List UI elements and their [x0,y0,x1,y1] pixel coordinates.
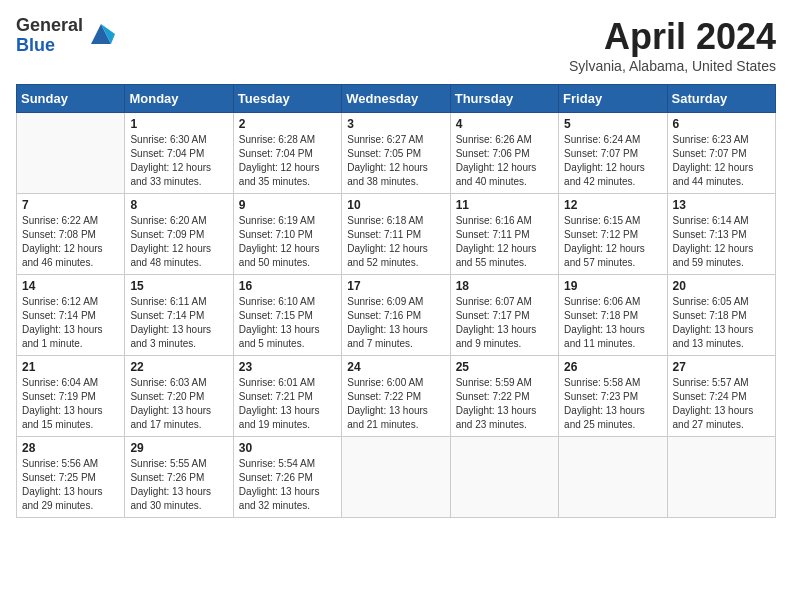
calendar-week-row: 28Sunrise: 5:56 AMSunset: 7:25 PMDayligh… [17,437,776,518]
calendar-day-cell: 7Sunrise: 6:22 AMSunset: 7:08 PMDaylight… [17,194,125,275]
weekday-header: Saturday [667,85,775,113]
day-info: Sunrise: 6:12 AMSunset: 7:14 PMDaylight:… [22,295,119,351]
day-number: 22 [130,360,227,374]
day-number: 26 [564,360,661,374]
calendar-day-cell: 30Sunrise: 5:54 AMSunset: 7:26 PMDayligh… [233,437,341,518]
location: Sylvania, Alabama, United States [569,58,776,74]
day-info: Sunrise: 6:05 AMSunset: 7:18 PMDaylight:… [673,295,770,351]
calendar-day-cell: 2Sunrise: 6:28 AMSunset: 7:04 PMDaylight… [233,113,341,194]
weekday-header: Monday [125,85,233,113]
calendar-day-cell: 5Sunrise: 6:24 AMSunset: 7:07 PMDaylight… [559,113,667,194]
day-number: 15 [130,279,227,293]
calendar-day-cell: 3Sunrise: 6:27 AMSunset: 7:05 PMDaylight… [342,113,450,194]
weekday-header: Thursday [450,85,558,113]
calendar-day-cell: 1Sunrise: 6:30 AMSunset: 7:04 PMDaylight… [125,113,233,194]
calendar-day-cell: 23Sunrise: 6:01 AMSunset: 7:21 PMDayligh… [233,356,341,437]
calendar-day-cell: 14Sunrise: 6:12 AMSunset: 7:14 PMDayligh… [17,275,125,356]
calendar-day-cell: 28Sunrise: 5:56 AMSunset: 7:25 PMDayligh… [17,437,125,518]
calendar-day-cell [342,437,450,518]
logo: General Blue [16,16,115,56]
day-number: 5 [564,117,661,131]
day-info: Sunrise: 6:23 AMSunset: 7:07 PMDaylight:… [673,133,770,189]
weekday-header: Tuesday [233,85,341,113]
calendar-day-cell: 27Sunrise: 5:57 AMSunset: 7:24 PMDayligh… [667,356,775,437]
day-number: 6 [673,117,770,131]
weekday-header: Wednesday [342,85,450,113]
day-info: Sunrise: 6:24 AMSunset: 7:07 PMDaylight:… [564,133,661,189]
day-number: 14 [22,279,119,293]
day-number: 18 [456,279,553,293]
day-info: Sunrise: 6:30 AMSunset: 7:04 PMDaylight:… [130,133,227,189]
day-info: Sunrise: 6:16 AMSunset: 7:11 PMDaylight:… [456,214,553,270]
calendar-day-cell: 6Sunrise: 6:23 AMSunset: 7:07 PMDaylight… [667,113,775,194]
calendar-day-cell: 26Sunrise: 5:58 AMSunset: 7:23 PMDayligh… [559,356,667,437]
calendar-day-cell: 13Sunrise: 6:14 AMSunset: 7:13 PMDayligh… [667,194,775,275]
day-info: Sunrise: 6:00 AMSunset: 7:22 PMDaylight:… [347,376,444,432]
day-number: 1 [130,117,227,131]
calendar-week-row: 14Sunrise: 6:12 AMSunset: 7:14 PMDayligh… [17,275,776,356]
day-info: Sunrise: 6:19 AMSunset: 7:10 PMDaylight:… [239,214,336,270]
day-info: Sunrise: 6:26 AMSunset: 7:06 PMDaylight:… [456,133,553,189]
day-number: 4 [456,117,553,131]
calendar-day-cell: 29Sunrise: 5:55 AMSunset: 7:26 PMDayligh… [125,437,233,518]
day-number: 3 [347,117,444,131]
calendar-week-row: 21Sunrise: 6:04 AMSunset: 7:19 PMDayligh… [17,356,776,437]
day-number: 23 [239,360,336,374]
day-info: Sunrise: 6:06 AMSunset: 7:18 PMDaylight:… [564,295,661,351]
calendar-day-cell [17,113,125,194]
day-number: 20 [673,279,770,293]
logo-icon [87,20,115,48]
calendar-day-cell: 24Sunrise: 6:00 AMSunset: 7:22 PMDayligh… [342,356,450,437]
weekday-header-row: SundayMondayTuesdayWednesdayThursdayFrid… [17,85,776,113]
day-info: Sunrise: 6:09 AMSunset: 7:16 PMDaylight:… [347,295,444,351]
logo-blue: Blue [16,36,83,56]
calendar-day-cell: 25Sunrise: 5:59 AMSunset: 7:22 PMDayligh… [450,356,558,437]
calendar-day-cell: 21Sunrise: 6:04 AMSunset: 7:19 PMDayligh… [17,356,125,437]
day-info: Sunrise: 6:28 AMSunset: 7:04 PMDaylight:… [239,133,336,189]
day-number: 17 [347,279,444,293]
day-info: Sunrise: 6:03 AMSunset: 7:20 PMDaylight:… [130,376,227,432]
calendar-week-row: 1Sunrise: 6:30 AMSunset: 7:04 PMDaylight… [17,113,776,194]
day-info: Sunrise: 6:11 AMSunset: 7:14 PMDaylight:… [130,295,227,351]
calendar-day-cell: 19Sunrise: 6:06 AMSunset: 7:18 PMDayligh… [559,275,667,356]
day-info: Sunrise: 6:01 AMSunset: 7:21 PMDaylight:… [239,376,336,432]
day-info: Sunrise: 6:10 AMSunset: 7:15 PMDaylight:… [239,295,336,351]
calendar-day-cell [559,437,667,518]
page-header: General Blue April 2024 Sylvania, Alabam… [16,16,776,74]
calendar-day-cell: 15Sunrise: 6:11 AMSunset: 7:14 PMDayligh… [125,275,233,356]
logo-general: General [16,16,83,36]
calendar-day-cell: 11Sunrise: 6:16 AMSunset: 7:11 PMDayligh… [450,194,558,275]
day-info: Sunrise: 5:55 AMSunset: 7:26 PMDaylight:… [130,457,227,513]
calendar-table: SundayMondayTuesdayWednesdayThursdayFrid… [16,84,776,518]
day-number: 28 [22,441,119,455]
day-info: Sunrise: 6:07 AMSunset: 7:17 PMDaylight:… [456,295,553,351]
day-number: 12 [564,198,661,212]
day-info: Sunrise: 6:27 AMSunset: 7:05 PMDaylight:… [347,133,444,189]
day-number: 16 [239,279,336,293]
day-number: 24 [347,360,444,374]
day-number: 8 [130,198,227,212]
day-info: Sunrise: 6:20 AMSunset: 7:09 PMDaylight:… [130,214,227,270]
day-info: Sunrise: 6:04 AMSunset: 7:19 PMDaylight:… [22,376,119,432]
day-info: Sunrise: 6:14 AMSunset: 7:13 PMDaylight:… [673,214,770,270]
calendar-day-cell [667,437,775,518]
day-number: 30 [239,441,336,455]
calendar-day-cell: 12Sunrise: 6:15 AMSunset: 7:12 PMDayligh… [559,194,667,275]
calendar-week-row: 7Sunrise: 6:22 AMSunset: 7:08 PMDaylight… [17,194,776,275]
day-number: 10 [347,198,444,212]
day-info: Sunrise: 6:18 AMSunset: 7:11 PMDaylight:… [347,214,444,270]
calendar-day-cell: 20Sunrise: 6:05 AMSunset: 7:18 PMDayligh… [667,275,775,356]
day-number: 11 [456,198,553,212]
calendar-day-cell [450,437,558,518]
day-info: Sunrise: 5:57 AMSunset: 7:24 PMDaylight:… [673,376,770,432]
day-info: Sunrise: 6:15 AMSunset: 7:12 PMDaylight:… [564,214,661,270]
calendar-day-cell: 9Sunrise: 6:19 AMSunset: 7:10 PMDaylight… [233,194,341,275]
day-info: Sunrise: 5:56 AMSunset: 7:25 PMDaylight:… [22,457,119,513]
calendar-day-cell: 16Sunrise: 6:10 AMSunset: 7:15 PMDayligh… [233,275,341,356]
day-info: Sunrise: 5:58 AMSunset: 7:23 PMDaylight:… [564,376,661,432]
day-number: 2 [239,117,336,131]
day-number: 29 [130,441,227,455]
calendar-day-cell: 18Sunrise: 6:07 AMSunset: 7:17 PMDayligh… [450,275,558,356]
weekday-header: Sunday [17,85,125,113]
calendar-day-cell: 4Sunrise: 6:26 AMSunset: 7:06 PMDaylight… [450,113,558,194]
